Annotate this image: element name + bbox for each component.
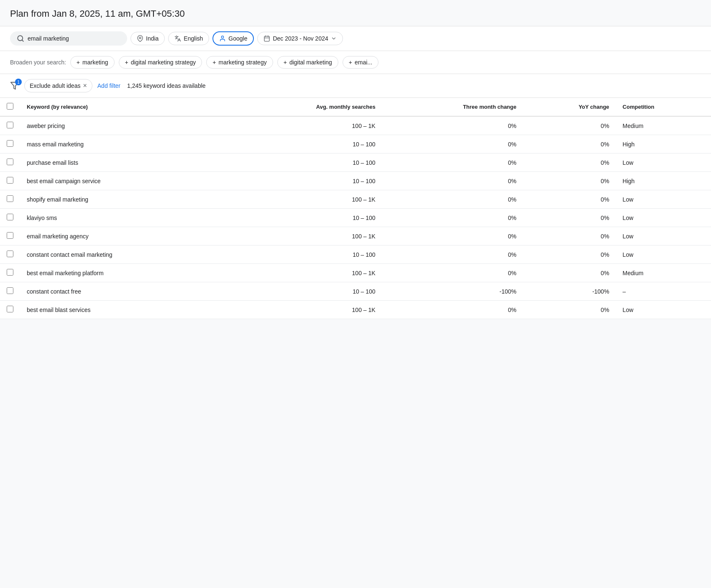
page-title: Plan from Jan 8, 2025, 11 am, GMT+05:30 bbox=[0, 0, 711, 26]
row-three-month-5: 0% bbox=[382, 209, 523, 227]
row-checkbox-col-4[interactable] bbox=[0, 190, 20, 209]
broaden-chip-plus-3: + bbox=[212, 59, 216, 66]
row-keyword-2: purchase email lists bbox=[20, 153, 229, 172]
row-keyword-9: constant contact free bbox=[20, 282, 229, 301]
svg-line-1 bbox=[22, 40, 23, 41]
row-three-month-4: 0% bbox=[382, 190, 523, 209]
platform-filter[interactable]: Google bbox=[212, 31, 254, 46]
table-row: mass email marketing 10 – 100 0% 0% High bbox=[0, 135, 711, 153]
row-avg-monthly-8: 100 – 1K bbox=[229, 264, 382, 282]
location-label: India bbox=[146, 35, 159, 42]
row-yoy-2: 0% bbox=[523, 153, 616, 172]
row-avg-monthly-5: 10 – 100 bbox=[229, 209, 382, 227]
keyword-table: Keyword (by relevance) Avg. monthly sear… bbox=[0, 98, 711, 319]
broaden-chip-text-5: emai... bbox=[355, 59, 372, 66]
row-yoy-9: -100% bbox=[523, 282, 616, 301]
row-avg-monthly-7: 10 – 100 bbox=[229, 245, 382, 264]
table-row: best email marketing platform 100 – 1K 0… bbox=[0, 264, 711, 282]
row-competition-8: Medium bbox=[616, 264, 711, 282]
row-competition-3: High bbox=[616, 172, 711, 190]
row-checkbox-col-0[interactable] bbox=[0, 116, 20, 135]
broaden-chip-marketing[interactable]: + marketing bbox=[70, 56, 115, 69]
calendar-icon bbox=[263, 35, 270, 42]
language-label: English bbox=[184, 35, 203, 42]
row-checkbox-col-9[interactable] bbox=[0, 282, 20, 301]
row-checkbox-col-5[interactable] bbox=[0, 209, 20, 227]
row-checkbox-5[interactable] bbox=[7, 214, 13, 220]
broaden-chip-marketing-strategy[interactable]: + marketing strategy bbox=[206, 56, 273, 69]
search-bar-row: India English Google Dec 2023 - Nov 2024 bbox=[0, 26, 711, 51]
search-input[interactable] bbox=[28, 35, 103, 42]
row-avg-monthly-3: 10 – 100 bbox=[229, 172, 382, 190]
row-yoy-6: 0% bbox=[523, 227, 616, 245]
filter-button[interactable]: 1 bbox=[10, 81, 19, 90]
row-three-month-2: 0% bbox=[382, 153, 523, 172]
broaden-chip-plus-5: + bbox=[349, 59, 352, 66]
header-yoy: YoY change bbox=[523, 98, 616, 116]
row-checkbox-col-1[interactable] bbox=[0, 135, 20, 153]
exclude-adult-ideas-pill[interactable]: Exclude adult ideas × bbox=[24, 79, 92, 92]
date-range-filter[interactable]: Dec 2023 - Nov 2024 bbox=[257, 32, 343, 45]
row-checkbox-4[interactable] bbox=[7, 195, 13, 202]
table-row: best email campaign service 10 – 100 0% … bbox=[0, 172, 711, 190]
row-yoy-7: 0% bbox=[523, 245, 616, 264]
row-competition-1: High bbox=[616, 135, 711, 153]
row-keyword-5: klaviyo sms bbox=[20, 209, 229, 227]
row-avg-monthly-0: 100 – 1K bbox=[229, 116, 382, 135]
select-all-checkbox[interactable] bbox=[7, 103, 13, 110]
table-row: constant contact free 10 – 100 -100% -10… bbox=[0, 282, 711, 301]
row-keyword-7: constant contact email marketing bbox=[20, 245, 229, 264]
row-competition-9: – bbox=[616, 282, 711, 301]
keyword-table-wrapper: Keyword (by relevance) Avg. monthly sear… bbox=[0, 98, 711, 319]
row-yoy-3: 0% bbox=[523, 172, 616, 190]
row-keyword-10: best email blast services bbox=[20, 301, 229, 319]
language-icon bbox=[174, 35, 181, 42]
broaden-chip-email[interactable]: + emai... bbox=[343, 56, 379, 69]
row-checkbox-col-10[interactable] bbox=[0, 301, 20, 319]
exclude-close-icon[interactable]: × bbox=[83, 82, 87, 89]
table-row: shopify email marketing 100 – 1K 0% 0% L… bbox=[0, 190, 711, 209]
search-box[interactable] bbox=[10, 31, 127, 46]
row-avg-monthly-1: 10 – 100 bbox=[229, 135, 382, 153]
table-row: purchase email lists 10 – 100 0% 0% Low bbox=[0, 153, 711, 172]
row-three-month-1: 0% bbox=[382, 135, 523, 153]
row-competition-2: Low bbox=[616, 153, 711, 172]
broaden-label: Broaden your search: bbox=[10, 59, 66, 66]
row-checkbox-6[interactable] bbox=[7, 232, 13, 239]
row-checkbox-2[interactable] bbox=[7, 159, 13, 165]
row-checkbox-col-8[interactable] bbox=[0, 264, 20, 282]
row-yoy-0: 0% bbox=[523, 116, 616, 135]
row-competition-5: Low bbox=[616, 209, 711, 227]
row-checkbox-9[interactable] bbox=[7, 287, 13, 294]
row-checkbox-3[interactable] bbox=[7, 177, 13, 184]
row-checkbox-8[interactable] bbox=[7, 269, 13, 276]
header-keyword: Keyword (by relevance) bbox=[20, 98, 229, 116]
row-checkbox-10[interactable] bbox=[7, 306, 13, 312]
row-checkbox-col-2[interactable] bbox=[0, 153, 20, 172]
row-checkbox-0[interactable] bbox=[7, 122, 13, 128]
header-checkbox-col[interactable] bbox=[0, 98, 20, 116]
location-filter[interactable]: India bbox=[130, 32, 165, 45]
row-checkbox-col-7[interactable] bbox=[0, 245, 20, 264]
row-yoy-8: 0% bbox=[523, 264, 616, 282]
table-row: aweber pricing 100 – 1K 0% 0% Medium bbox=[0, 116, 711, 135]
svg-point-3 bbox=[222, 36, 224, 38]
broaden-chip-digital-marketing-strategy[interactable]: + digital marketing strategy bbox=[119, 56, 202, 69]
header-three-month: Three month change bbox=[382, 98, 523, 116]
language-filter[interactable]: English bbox=[168, 32, 209, 45]
broaden-chip-plus-1: + bbox=[77, 59, 80, 66]
row-checkbox-1[interactable] bbox=[7, 140, 13, 147]
row-three-month-3: 0% bbox=[382, 172, 523, 190]
row-checkbox-7[interactable] bbox=[7, 251, 13, 257]
header-competition: Competition bbox=[616, 98, 711, 116]
row-checkbox-col-3[interactable] bbox=[0, 172, 20, 190]
row-three-month-7: 0% bbox=[382, 245, 523, 264]
broaden-chip-digital-marketing[interactable]: + digital marketing bbox=[277, 56, 338, 69]
table-row: constant contact email marketing 10 – 10… bbox=[0, 245, 711, 264]
row-checkbox-col-6[interactable] bbox=[0, 227, 20, 245]
row-keyword-3: best email campaign service bbox=[20, 172, 229, 190]
row-competition-10: Low bbox=[616, 301, 711, 319]
table-row: klaviyo sms 10 – 100 0% 0% Low bbox=[0, 209, 711, 227]
row-yoy-1: 0% bbox=[523, 135, 616, 153]
add-filter-button[interactable]: Add filter bbox=[97, 82, 120, 89]
